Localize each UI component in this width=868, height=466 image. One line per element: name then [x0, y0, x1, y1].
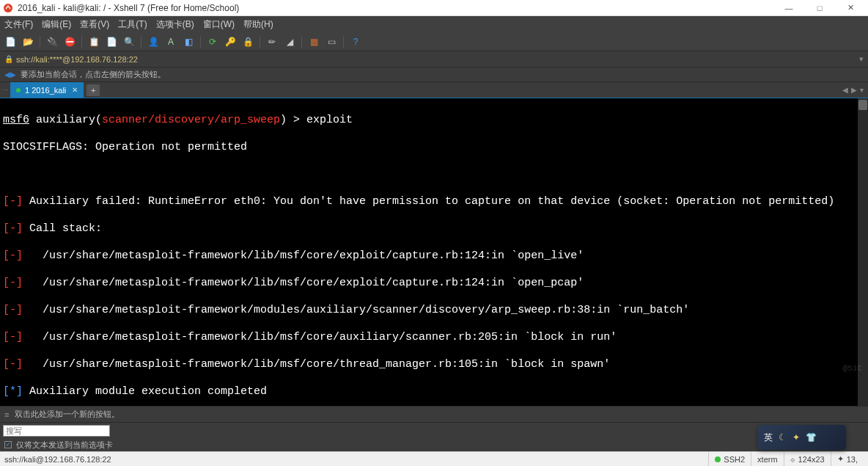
grid-icon[interactable]: ▦ — [308, 36, 320, 48]
tab-next-icon[interactable]: ▶ — [851, 86, 857, 94]
status-ssh: SSH2 — [708, 452, 751, 466]
status-bar: ssh://kali@192.168.76.128:22 SSH2 xterm … — [0, 451, 868, 466]
menu-window[interactable]: 窗口(W) — [203, 18, 235, 31]
arrow-icon[interactable]: ◀▶ — [4, 70, 16, 79]
tab-row: ⋮ 1 2016_kali ✕ + ◀ ▶ ▾ — [0, 82, 868, 98]
font-icon[interactable]: A — [165, 36, 177, 48]
menu-icon[interactable]: ≡ — [4, 410, 9, 419]
new-session-icon[interactable]: 📄 — [4, 36, 16, 48]
terminal[interactable]: msf6 auxiliary(scanner/discovery/arp_swe… — [0, 98, 868, 406]
terminal-line — [3, 168, 865, 182]
menubar: 文件(F) 编辑(E) 查看(V) 工具(T) 选项卡(B) 窗口(W) 帮助(… — [0, 16, 868, 32]
menu-file[interactable]: 文件(F) — [4, 18, 33, 31]
status-term: xterm — [751, 452, 784, 466]
open-icon[interactable]: 📂 — [22, 36, 34, 48]
user-icon[interactable]: 👤 — [147, 36, 159, 48]
close-tab-icon[interactable]: ✕ — [72, 86, 78, 94]
separator — [343, 36, 344, 48]
session-tab[interactable]: 1 2016_kali ✕ — [10, 82, 84, 98]
tab-prev-icon[interactable]: ◀ — [842, 86, 848, 94]
separator — [81, 36, 82, 48]
menu-view[interactable]: 查看(V) — [80, 18, 109, 31]
lock-icon[interactable]: 🔒 — [242, 36, 254, 48]
menu-tools[interactable]: 工具(T) — [118, 18, 147, 31]
svg-point-0 — [4, 4, 12, 12]
compose-row — [0, 422, 868, 438]
address-bar[interactable]: 🔒 ssh://kali:****@192.168.76.128:22 ▾ — [0, 51, 868, 68]
status-address: ssh://kali@192.168.76.128:22 — [4, 455, 111, 464]
separator — [200, 36, 201, 48]
send-scope-row[interactable]: ✓ 仅将文本发送到当前选项卡 — [0, 438, 868, 451]
terminal-line: [*] Auxiliary module execution completed — [3, 385, 865, 399]
send-scope-label: 仅将文本发送到当前选项卡 — [16, 440, 113, 451]
status-size: ⟐ 124x23 — [784, 452, 831, 466]
titlebar: 2016_kali - kali@kali: / - Xshell 7 (Fre… — [0, 0, 868, 16]
tab-label: 1 2016_kali — [25, 86, 66, 95]
lock-icon: 🔒 — [4, 55, 13, 63]
tab-nav: ◀ ▶ ▾ — [842, 86, 868, 94]
side-handle[interactable]: ⋮ — [0, 82, 10, 98]
scrollbar[interactable] — [858, 98, 868, 406]
reconnect-icon[interactable]: 🔌 — [46, 36, 58, 48]
refresh-icon[interactable]: ⟳ — [207, 36, 218, 48]
window-title: 2016_kali - kali@kali: / - Xshell 7 (Fre… — [18, 3, 774, 13]
separator — [260, 36, 260, 48]
moon-icon: ☾ — [779, 432, 787, 443]
ime-badge[interactable]: 英 ☾ ✦ 👕 — [758, 425, 846, 450]
shirt-icon: 👕 — [806, 432, 817, 443]
info-text: 要添加当前会话，点击左侧的箭头按钮。 — [21, 69, 166, 80]
terminal-line: [-] /usr/share/metasploit-framework/modu… — [3, 304, 865, 318]
separator — [40, 36, 40, 48]
help-icon[interactable]: ? — [350, 36, 361, 48]
eraser-icon[interactable]: ◢ — [284, 36, 295, 48]
copy-icon[interactable]: 📋 — [88, 36, 100, 48]
terminal-icon[interactable]: ▭ — [326, 36, 337, 48]
status-dot-icon — [16, 88, 21, 92]
terminal-line: [-] Auxiliary failed: RuntimeError eth0:… — [3, 195, 865, 209]
quick-button-bar[interactable]: ≡ 双击此处添加一个新的按钮。 — [0, 406, 868, 422]
checkbox-icon[interactable]: ✓ — [4, 441, 12, 448]
terminal-line: SIOCSIFFLAGS: Operation not permitted — [3, 141, 865, 155]
maximize-button[interactable]: □ — [805, 1, 834, 15]
menu-edit[interactable]: 编辑(E) — [42, 18, 71, 31]
add-tab-button[interactable]: + — [87, 84, 100, 96]
toolbar: 📄 📂 🔌 ⛔ 📋 📄 🔍 👤 A ◧ ⟳ 🔑 🔒 ✏ ◢ ▦ ▭ ? — [0, 32, 868, 51]
minimize-button[interactable]: — — [774, 1, 803, 15]
status-dot-icon — [715, 456, 721, 462]
menu-help[interactable]: 帮助(H) — [243, 18, 273, 31]
star-icon: ✦ — [792, 432, 800, 443]
status-pos: ✦ 13, — [831, 452, 864, 466]
color-icon[interactable]: ◧ — [183, 36, 194, 48]
info-bar: ◀▶ 要添加当前会话，点击左侧的箭头按钮。 — [0, 68, 868, 82]
quick-hint: 双击此处添加一个新的按钮。 — [15, 409, 119, 420]
brush-icon[interactable]: ✏ — [266, 36, 278, 48]
dropdown-icon[interactable]: ▾ — [859, 54, 864, 64]
terminal-line: [-] /usr/share/metasploit-framework/lib/… — [3, 358, 865, 372]
find-icon[interactable]: 🔍 — [123, 36, 135, 48]
terminal-line: [-] /usr/share/metasploit-framework/lib/… — [3, 331, 865, 345]
terminal-line: [-] Call stack: — [3, 222, 865, 236]
ime-label: 英 — [764, 432, 773, 444]
key-icon[interactable]: 🔑 — [224, 36, 236, 48]
close-button[interactable]: ✕ — [836, 1, 865, 15]
terminal-line: [-] /usr/share/metasploit-framework/lib/… — [3, 250, 865, 263]
tab-list-icon[interactable]: ▾ — [860, 86, 864, 94]
watermark: @51C — [843, 362, 862, 376]
terminal-line: [-] /usr/share/metasploit-framework/lib/… — [3, 277, 865, 291]
app-icon — [3, 3, 13, 13]
address-text: ssh://kali:****@192.168.76.128:22 — [16, 55, 138, 64]
separator — [141, 36, 141, 48]
compose-input[interactable] — [3, 425, 110, 437]
separator — [301, 36, 302, 48]
menu-tabs[interactable]: 选项卡(B) — [156, 18, 194, 31]
disconnect-icon[interactable]: ⛔ — [64, 36, 76, 48]
window-controls: — □ ✕ — [774, 1, 865, 15]
paste-icon[interactable]: 📄 — [106, 36, 117, 48]
scroll-thumb[interactable] — [858, 100, 867, 110]
terminal-line: msf6 auxiliary(scanner/discovery/arp_swe… — [3, 114, 865, 128]
